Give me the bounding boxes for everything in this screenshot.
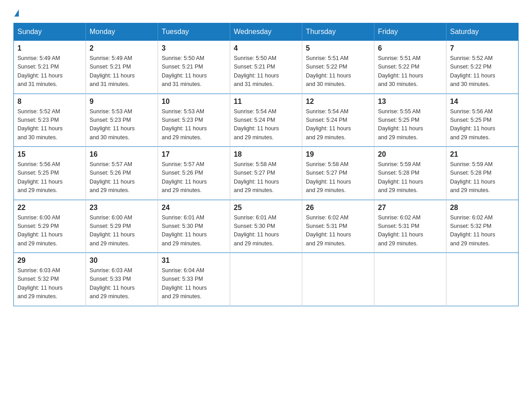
day-number: 29	[17, 257, 82, 265]
calendar-cell: 4 Sunrise: 5:50 AM Sunset: 5:21 PM Dayli…	[230, 41, 302, 94]
calendar-cell: 23 Sunrise: 6:00 AM Sunset: 5:29 PM Dayl…	[86, 200, 158, 253]
calendar-cell: 10 Sunrise: 5:53 AM Sunset: 5:23 PM Dayl…	[158, 94, 230, 147]
day-number: 6	[378, 44, 442, 52]
header-saturday: Saturday	[446, 23, 519, 41]
day-number: 26	[306, 204, 370, 212]
day-number: 21	[450, 150, 515, 158]
day-info: Sunrise: 5:56 AM Sunset: 5:25 PM Dayligh…	[17, 160, 82, 195]
day-info: Sunrise: 6:01 AM Sunset: 5:30 PM Dayligh…	[162, 214, 226, 248]
calendar-cell: 15 Sunrise: 5:56 AM Sunset: 5:25 PM Dayl…	[14, 147, 86, 200]
day-info: Sunrise: 5:56 AM Sunset: 5:25 PM Dayligh…	[450, 107, 515, 142]
day-number: 9	[90, 98, 154, 106]
day-info: Sunrise: 5:59 AM Sunset: 5:28 PM Dayligh…	[378, 160, 442, 195]
day-info: Sunrise: 5:54 AM Sunset: 5:24 PM Dayligh…	[234, 107, 298, 142]
day-info: Sunrise: 5:53 AM Sunset: 5:23 PM Dayligh…	[90, 107, 154, 142]
calendar-cell	[374, 253, 446, 306]
calendar-cell: 31 Sunrise: 6:04 AM Sunset: 5:33 PM Dayl…	[158, 253, 230, 306]
calendar-cell: 8 Sunrise: 5:52 AM Sunset: 5:23 PM Dayli…	[14, 94, 86, 147]
day-number: 28	[450, 204, 515, 212]
calendar-cell	[302, 253, 374, 306]
day-number: 19	[306, 150, 370, 158]
day-info: Sunrise: 5:50 AM Sunset: 5:21 PM Dayligh…	[162, 54, 226, 89]
calendar-cell: 30 Sunrise: 6:03 AM Sunset: 5:33 PM Dayl…	[86, 253, 158, 306]
calendar-cell: 1 Sunrise: 5:49 AM Sunset: 5:21 PM Dayli…	[14, 41, 86, 94]
day-info: Sunrise: 5:52 AM Sunset: 5:23 PM Dayligh…	[17, 107, 82, 142]
calendar-cell: 14 Sunrise: 5:56 AM Sunset: 5:25 PM Dayl…	[446, 94, 519, 147]
day-info: Sunrise: 5:49 AM Sunset: 5:21 PM Dayligh…	[17, 54, 82, 89]
calendar-cell: 26 Sunrise: 6:02 AM Sunset: 5:31 PM Dayl…	[302, 200, 374, 253]
calendar-cell: 17 Sunrise: 5:57 AM Sunset: 5:26 PM Dayl…	[158, 147, 230, 200]
logo-triangle-icon	[14, 9, 19, 17]
header-sunday: Sunday	[14, 23, 86, 41]
day-number: 7	[450, 44, 515, 52]
header-monday: Monday	[86, 23, 158, 41]
calendar-cell: 29 Sunrise: 6:03 AM Sunset: 5:32 PM Dayl…	[14, 253, 86, 306]
calendar-cell: 25 Sunrise: 6:01 AM Sunset: 5:30 PM Dayl…	[230, 200, 302, 253]
calendar-cell: 9 Sunrise: 5:53 AM Sunset: 5:23 PM Dayli…	[86, 94, 158, 147]
calendar-week-5: 29 Sunrise: 6:03 AM Sunset: 5:32 PM Dayl…	[14, 253, 519, 306]
day-number: 4	[234, 44, 298, 52]
day-number: 30	[90, 257, 154, 265]
day-info: Sunrise: 5:49 AM Sunset: 5:21 PM Dayligh…	[90, 54, 154, 89]
calendar-cell: 12 Sunrise: 5:54 AM Sunset: 5:24 PM Dayl…	[302, 94, 374, 147]
day-info: Sunrise: 5:58 AM Sunset: 5:27 PM Dayligh…	[306, 160, 370, 195]
day-number: 22	[17, 204, 82, 212]
day-info: Sunrise: 5:58 AM Sunset: 5:27 PM Dayligh…	[234, 160, 298, 195]
calendar-week-3: 15 Sunrise: 5:56 AM Sunset: 5:25 PM Dayl…	[14, 147, 519, 200]
calendar-cell: 21 Sunrise: 5:59 AM Sunset: 5:28 PM Dayl…	[446, 147, 519, 200]
header-tuesday: Tuesday	[158, 23, 230, 41]
day-info: Sunrise: 6:03 AM Sunset: 5:33 PM Dayligh…	[90, 266, 154, 301]
header	[13, 9, 519, 18]
calendar-cell: 27 Sunrise: 6:02 AM Sunset: 5:31 PM Dayl…	[374, 200, 446, 253]
calendar-cell: 28 Sunrise: 6:02 AM Sunset: 5:32 PM Dayl…	[446, 200, 519, 253]
day-number: 5	[306, 44, 370, 52]
day-info: Sunrise: 6:02 AM Sunset: 5:32 PM Dayligh…	[450, 214, 515, 248]
day-info: Sunrise: 5:57 AM Sunset: 5:26 PM Dayligh…	[162, 160, 226, 195]
day-info: Sunrise: 5:59 AM Sunset: 5:28 PM Dayligh…	[450, 160, 515, 195]
day-number: 14	[450, 98, 515, 106]
day-number: 16	[90, 150, 154, 158]
day-number: 27	[378, 204, 442, 212]
calendar-cell: 7 Sunrise: 5:52 AM Sunset: 5:22 PM Dayli…	[446, 41, 519, 94]
calendar-week-2: 8 Sunrise: 5:52 AM Sunset: 5:23 PM Dayli…	[14, 94, 519, 147]
day-number: 24	[162, 204, 226, 212]
calendar-cell: 3 Sunrise: 5:50 AM Sunset: 5:21 PM Dayli…	[158, 41, 230, 94]
calendar-cell: 18 Sunrise: 5:58 AM Sunset: 5:27 PM Dayl…	[230, 147, 302, 200]
day-info: Sunrise: 6:03 AM Sunset: 5:32 PM Dayligh…	[17, 266, 82, 301]
page: SundayMondayTuesdayWednesdayThursdayFrid…	[0, 0, 532, 320]
calendar-cell	[446, 253, 519, 306]
day-number: 18	[234, 150, 298, 158]
header-friday: Friday	[374, 23, 446, 41]
day-number: 13	[378, 98, 442, 106]
calendar-cell: 6 Sunrise: 5:51 AM Sunset: 5:22 PM Dayli…	[374, 41, 446, 94]
day-info: Sunrise: 5:51 AM Sunset: 5:22 PM Dayligh…	[378, 54, 442, 89]
calendar-header-row: SundayMondayTuesdayWednesdayThursdayFrid…	[14, 23, 519, 41]
day-number: 3	[162, 44, 226, 52]
day-info: Sunrise: 5:57 AM Sunset: 5:26 PM Dayligh…	[90, 160, 154, 195]
calendar-cell: 22 Sunrise: 6:00 AM Sunset: 5:29 PM Dayl…	[14, 200, 86, 253]
day-number: 11	[234, 98, 298, 106]
day-info: Sunrise: 5:52 AM Sunset: 5:22 PM Dayligh…	[450, 54, 515, 89]
day-info: Sunrise: 6:02 AM Sunset: 5:31 PM Dayligh…	[306, 214, 370, 248]
logo	[13, 9, 19, 18]
calendar-cell: 16 Sunrise: 5:57 AM Sunset: 5:26 PM Dayl…	[86, 147, 158, 200]
day-number: 17	[162, 150, 226, 158]
header-wednesday: Wednesday	[230, 23, 302, 41]
day-info: Sunrise: 5:50 AM Sunset: 5:21 PM Dayligh…	[234, 54, 298, 89]
day-info: Sunrise: 5:53 AM Sunset: 5:23 PM Dayligh…	[162, 107, 226, 142]
calendar-table: SundayMondayTuesdayWednesdayThursdayFrid…	[13, 23, 519, 306]
day-info: Sunrise: 6:04 AM Sunset: 5:33 PM Dayligh…	[162, 266, 226, 301]
day-number: 25	[234, 204, 298, 212]
calendar-cell: 13 Sunrise: 5:55 AM Sunset: 5:25 PM Dayl…	[374, 94, 446, 147]
calendar-cell: 19 Sunrise: 5:58 AM Sunset: 5:27 PM Dayl…	[302, 147, 374, 200]
header-thursday: Thursday	[302, 23, 374, 41]
day-number: 15	[17, 150, 82, 158]
calendar-week-4: 22 Sunrise: 6:00 AM Sunset: 5:29 PM Dayl…	[14, 200, 519, 253]
day-info: Sunrise: 5:51 AM Sunset: 5:22 PM Dayligh…	[306, 54, 370, 89]
day-number: 1	[17, 44, 82, 52]
day-info: Sunrise: 5:55 AM Sunset: 5:25 PM Dayligh…	[378, 107, 442, 142]
calendar-week-1: 1 Sunrise: 5:49 AM Sunset: 5:21 PM Dayli…	[14, 41, 519, 94]
day-info: Sunrise: 6:00 AM Sunset: 5:29 PM Dayligh…	[17, 214, 82, 248]
day-number: 12	[306, 98, 370, 106]
calendar-cell: 2 Sunrise: 5:49 AM Sunset: 5:21 PM Dayli…	[86, 41, 158, 94]
